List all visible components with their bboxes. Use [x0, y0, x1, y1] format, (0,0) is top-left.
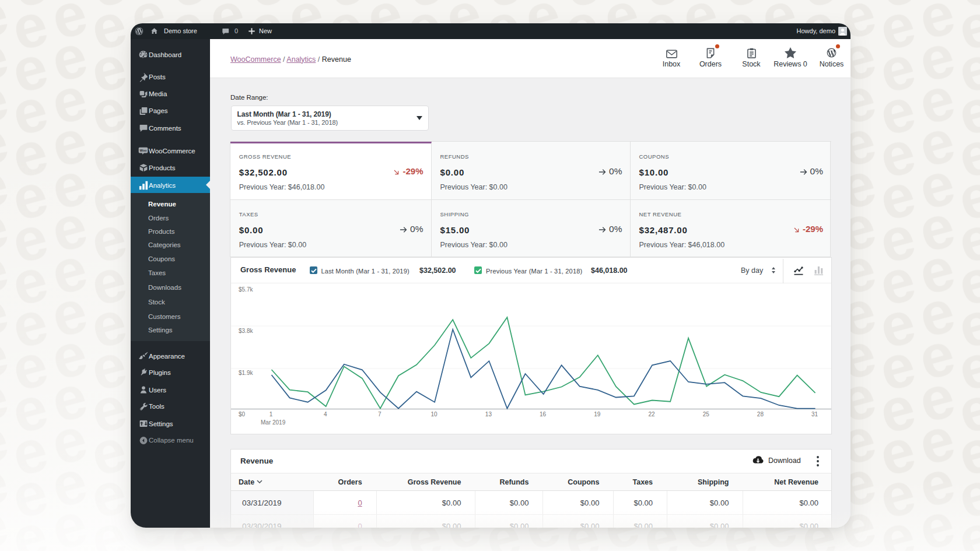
svg-text:$3.8k: $3.8k	[239, 328, 253, 334]
svg-text:$0: $0	[239, 411, 246, 417]
svg-text:16: 16	[540, 411, 547, 417]
svg-text:25: 25	[703, 411, 710, 417]
svg-text:4: 4	[324, 411, 327, 417]
svg-text:7: 7	[378, 411, 382, 417]
svg-text:Mar 2019: Mar 2019	[261, 419, 286, 426]
svg-text:10: 10	[431, 411, 438, 417]
svg-text:1: 1	[270, 411, 273, 417]
svg-text:22: 22	[648, 411, 655, 417]
svg-text:Woo: Woo	[139, 149, 147, 152]
svg-text:19: 19	[594, 411, 601, 417]
svg-text:$5.7k: $5.7k	[239, 286, 253, 293]
svg-text:31: 31	[811, 411, 818, 417]
svg-text:$1.9k: $1.9k	[239, 370, 253, 376]
svg-text:28: 28	[757, 411, 764, 417]
svg-text:13: 13	[485, 411, 492, 417]
